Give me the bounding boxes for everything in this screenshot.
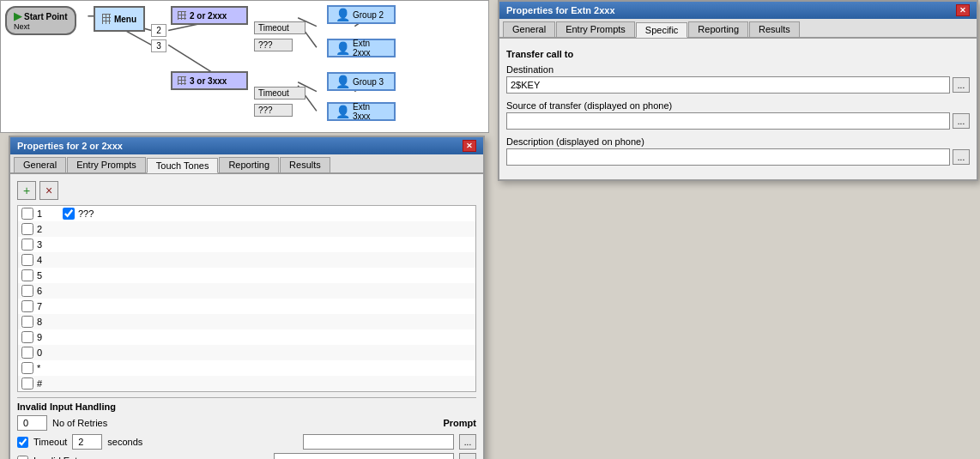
invalid-input-section: Invalid Input Handling No of Retries Pro… bbox=[17, 397, 476, 459]
start-sub: Next bbox=[14, 22, 30, 31]
source-input[interactable] bbox=[506, 112, 950, 130]
tone-check-6[interactable] bbox=[21, 285, 33, 297]
start-label: Start Point bbox=[24, 12, 68, 21]
tone-row-2[interactable]: 2 bbox=[18, 221, 475, 237]
lower-choice-node[interactable]: 3 or 3xxx bbox=[171, 71, 248, 90]
upper-group-label: Group 2 bbox=[353, 10, 384, 20]
menu-digit-3: 3 bbox=[151, 39, 166, 52]
destination-dots[interactable]: ... bbox=[953, 77, 970, 93]
description-row: ... bbox=[506, 148, 970, 166]
tones-toolbar: + × bbox=[17, 181, 476, 200]
add-tone-button[interactable]: + bbox=[17, 181, 36, 200]
lower-timeout: Timeout bbox=[254, 87, 305, 100]
tone-key-1: 1 bbox=[37, 208, 63, 219]
tone-check-star[interactable] bbox=[21, 362, 33, 374]
timeout-prompt-dots[interactable]: ... bbox=[459, 434, 476, 450]
start-point-node[interactable]: ▶ Start Point Next bbox=[5, 6, 76, 35]
prompt-label: Prompt bbox=[444, 418, 477, 428]
dialog-2or2xxx-tabs: General Entry Prompts Touch Tones Report… bbox=[10, 154, 483, 174]
dialog-2or2xxx-content: + × 1 ??? 2 3 4 5 6 7 8 9 0 * # Invalid … bbox=[10, 174, 483, 459]
timeout-prompt-input[interactable] bbox=[303, 434, 454, 450]
tone-check-7[interactable] bbox=[21, 300, 33, 312]
flow-diagram: ▶ Start Point Next Menu 2 3 2 or 2xxx Ti… bbox=[0, 0, 489, 133]
invalid-entry-check[interactable] bbox=[17, 456, 28, 460]
upper-extn-label: Extn 2xxx bbox=[353, 39, 387, 57]
source-row: ... bbox=[506, 112, 970, 130]
tone-row-star[interactable]: * bbox=[18, 360, 475, 376]
source-label: Source of transfer (displayed on phone) bbox=[506, 100, 970, 111]
upper-group-node[interactable]: 👤 Group 2 bbox=[327, 5, 396, 24]
upper-timeout: Timeout bbox=[254, 21, 305, 34]
seconds-label: seconds bbox=[107, 437, 142, 447]
source-group: Source of transfer (displayed on phone) … bbox=[506, 100, 970, 130]
dialog-2or2xxx-title: Properties for 2 or 2xxx bbox=[17, 141, 123, 151]
tones-table: 1 ??? 2 3 4 5 6 7 8 9 0 * # bbox=[17, 205, 476, 392]
tone-row-3[interactable]: 3 bbox=[18, 237, 475, 252]
upper-choice-label: 2 or 2xxx bbox=[190, 11, 227, 21]
tone-row-9[interactable]: 9 bbox=[18, 329, 475, 345]
dialog-extn2xxx-tabs: General Entry Prompts Specific Reporting… bbox=[499, 19, 977, 39]
tone-check-0[interactable] bbox=[21, 347, 33, 359]
tone-row-0[interactable]: 0 bbox=[18, 345, 475, 360]
menu-node[interactable]: Menu bbox=[94, 6, 145, 32]
timeout-row: Timeout seconds ... bbox=[17, 434, 476, 450]
extn-tab-results[interactable]: Results bbox=[749, 21, 800, 37]
tone-row-7[interactable]: 7 bbox=[18, 299, 475, 314]
lower-extn-label: Extn 3xxx bbox=[353, 102, 387, 121]
tab-results[interactable]: Results bbox=[280, 157, 330, 172]
tone-check-1[interactable] bbox=[21, 208, 33, 220]
lower-qqq: ??? bbox=[254, 104, 293, 117]
description-dots[interactable]: ... bbox=[953, 149, 970, 165]
lower-group-node[interactable]: 👤 Group 3 bbox=[327, 72, 396, 91]
dialog-extn2xxx-title: Properties for Extn 2xxx bbox=[506, 5, 615, 15]
tone-row-4[interactable]: 4 bbox=[18, 252, 475, 268]
tone-row-hash[interactable]: # bbox=[18, 376, 475, 391]
tone-row-6[interactable]: 6 bbox=[18, 283, 475, 299]
retries-input[interactable] bbox=[17, 415, 47, 431]
destination-input[interactable] bbox=[506, 76, 950, 94]
tone-dest-check-1[interactable] bbox=[63, 208, 75, 220]
menu-label: Menu bbox=[114, 15, 136, 24]
dialog-extn2xxx-close[interactable]: ✕ bbox=[956, 4, 970, 16]
extn-tab-general[interactable]: General bbox=[503, 21, 555, 37]
dialog-extn2xxx-content: Transfer call to Destination ... Source … bbox=[499, 39, 977, 179]
tone-check-8[interactable] bbox=[21, 316, 33, 328]
extn-tab-entry-prompts[interactable]: Entry Prompts bbox=[556, 21, 635, 37]
tone-row-8[interactable]: 8 bbox=[18, 314, 475, 329]
tab-reporting[interactable]: Reporting bbox=[219, 157, 279, 172]
extn-tab-reporting[interactable]: Reporting bbox=[688, 21, 748, 37]
extn-tab-specific[interactable]: Specific bbox=[636, 22, 688, 38]
timeout-value-input[interactable] bbox=[72, 434, 102, 450]
description-input[interactable] bbox=[506, 148, 950, 166]
tone-check-5[interactable] bbox=[21, 269, 33, 281]
retries-label: No of Retries bbox=[52, 418, 107, 428]
tone-row-5[interactable]: 5 bbox=[18, 268, 475, 283]
upper-extn-node[interactable]: 👤 Extn 2xxx bbox=[327, 39, 396, 57]
invalid-entry-prompt-input[interactable] bbox=[274, 453, 454, 459]
tab-entry-prompts[interactable]: Entry Prompts bbox=[67, 157, 146, 172]
menu-digit-2: 2 bbox=[151, 24, 166, 37]
upper-choice-node[interactable]: 2 or 2xxx bbox=[171, 6, 248, 25]
description-group: Description (displayed on phone) ... bbox=[506, 136, 970, 166]
dialog-2or2xxx-close[interactable]: ✕ bbox=[463, 140, 476, 152]
dialog-2or2xxx: Properties for 2 or 2xxx ✕ General Entry… bbox=[9, 136, 485, 459]
tab-touch-tones[interactable]: Touch Tones bbox=[147, 158, 219, 173]
destination-row: ... bbox=[506, 76, 970, 94]
delete-tone-button[interactable]: × bbox=[39, 181, 58, 200]
dialog-extn2xxx-titlebar: Properties for Extn 2xxx ✕ bbox=[499, 2, 977, 19]
lower-extn-node[interactable]: 👤 Extn 3xxx bbox=[327, 102, 396, 121]
tone-dest-label-1: ??? bbox=[78, 208, 94, 219]
tone-check-3[interactable] bbox=[21, 239, 33, 251]
timeout-check[interactable] bbox=[17, 437, 28, 448]
tone-check-hash[interactable] bbox=[21, 377, 33, 390]
tone-check-2[interactable] bbox=[21, 223, 33, 235]
tone-row-1[interactable]: 1 ??? bbox=[18, 206, 475, 221]
upper-qqq: ??? bbox=[254, 39, 293, 51]
destination-group: Destination ... bbox=[506, 64, 970, 94]
invalid-entry-prompt-dots[interactable]: ... bbox=[459, 453, 476, 459]
tone-check-4[interactable] bbox=[21, 254, 33, 266]
source-dots[interactable]: ... bbox=[953, 113, 970, 129]
lower-choice-label: 3 or 3xxx bbox=[190, 76, 227, 86]
tab-general[interactable]: General bbox=[14, 157, 66, 172]
tone-check-9[interactable] bbox=[21, 331, 33, 343]
